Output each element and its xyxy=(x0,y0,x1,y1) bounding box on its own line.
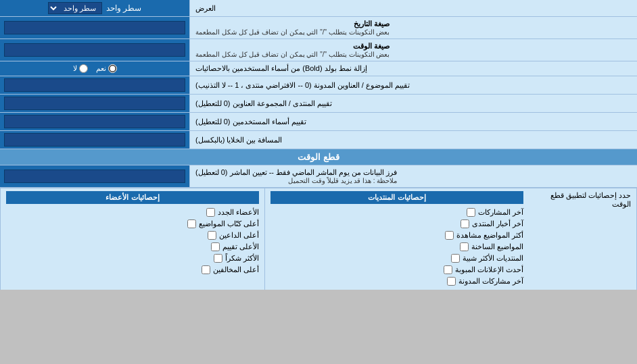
time-cut-title: قطع الوقت xyxy=(298,152,339,162)
checkbox-top-rated[interactable] xyxy=(211,242,220,251)
cell-spacing-label: المسافة بين الخلايا (بالبكسل) xyxy=(189,131,637,149)
checkboxes-outer: حدد إحصائيات لتطبيق قطع الوقت إحصائيات ا… xyxy=(0,188,637,290)
time-cut-row: فرز البيانات من يوم الماشر الماضي فقط --… xyxy=(0,165,637,188)
time-format-label: صيغة الوقت بعض التكوينات يتطلب "/" التي … xyxy=(189,39,637,61)
topic-address-label: تقييم الموضوع / العناوين المدونة (0 -- ا… xyxy=(189,76,637,94)
username-order-input[interactable]: 0 xyxy=(4,115,185,128)
checkbox-last-blog-posts[interactable] xyxy=(447,277,456,286)
time-format-row: صيغة الوقت بعض التكوينات يتطلب "/" التي … xyxy=(0,39,637,61)
checkbox-col-members: إحصائيات الأعضاء الأعضاء الجدد أعلى كتّا… xyxy=(0,188,264,290)
checkbox-item: أحدث الإعلانات المبوبة xyxy=(270,264,523,276)
header-label-text: العرض xyxy=(195,4,216,13)
bottom-left-label: حدد إحصائيات لتطبيق قطع الوقت xyxy=(529,188,637,290)
header-input: سطر واحد سطر واحد سطرين ثلاثة أسطر xyxy=(0,0,189,16)
display-mode-label: سطر واحد xyxy=(106,3,141,13)
forum-group-row: تقييم المنتدى / المجموعة العناوين (0 للت… xyxy=(0,95,637,113)
bold-radio-no-label: لا xyxy=(73,64,88,73)
date-format-label: صيغة التاريخ بعض التكوينات يتطلب "/" الت… xyxy=(189,17,637,38)
bold-radio-group: نعم لا xyxy=(73,64,117,73)
members-col-header: إحصائيات الأعضاء xyxy=(6,191,259,204)
forum-group-input[interactable]: 33 xyxy=(4,97,185,110)
cell-spacing-title: المسافة بين الخلايا (بالبكسل) xyxy=(195,136,283,145)
checkbox-item: أكثر المواضيع مشاهدة xyxy=(270,230,523,241)
bold-remove-input-wrapper: نعم لا xyxy=(0,61,189,76)
topic-address-row: تقييم الموضوع / العناوين المدونة (0 -- ا… xyxy=(0,76,637,95)
checkbox-top-writers[interactable] xyxy=(187,219,196,228)
bold-remove-label: إزالة نمط بولد (Bold) من أسماء المستخدمي… xyxy=(189,61,637,76)
topic-address-title: تقييم الموضوع / العناوين المدونة (0 -- ا… xyxy=(195,81,410,90)
checkbox-item: أعلى كتّاب المواضيع xyxy=(6,218,259,230)
display-mode-select[interactable]: سطر واحد سطرين ثلاثة أسطر xyxy=(48,2,102,14)
date-format-title: صيغة التاريخ xyxy=(195,20,390,28)
checkbox-item: الأعضاء الجدد xyxy=(6,207,259,218)
forum-group-input-wrapper: 33 xyxy=(0,95,189,112)
username-order-input-wrapper: 0 xyxy=(0,113,189,130)
username-order-row: تقييم أسماء المستخدمين (0 للتعطيل) 0 xyxy=(0,113,637,131)
forums-col-header: إحصائيات المنتديات xyxy=(270,191,523,204)
checkbox-top-violators[interactable] xyxy=(202,265,210,274)
time-cut-input[interactable]: 0 xyxy=(4,170,185,183)
time-format-sub: بعض التكوينات يتطلب "/" التي يمكن ان تضا… xyxy=(195,51,390,58)
forum-group-label: تقييم المنتدى / المجموعة العناوين (0 للت… xyxy=(189,95,637,112)
time-format-input[interactable]: H:i xyxy=(4,43,185,57)
time-cut-row-title: فرز البيانات من يوم الماشر الماضي فقط --… xyxy=(195,168,397,177)
bottom-label-text: حدد إحصائيات لتطبيق قطع الوقت xyxy=(534,191,631,209)
time-cut-label: فرز البيانات من يوم الماشر الماضي فقط --… xyxy=(189,165,637,187)
topic-address-input[interactable]: 33 xyxy=(4,78,185,92)
checkbox-item: المنتديات الأكثر شبية xyxy=(270,253,523,264)
date-format-input-wrapper: d-m xyxy=(0,17,189,38)
checkbox-most-viewed[interactable] xyxy=(445,231,454,240)
date-format-row: صيغة التاريخ بعض التكوينات يتطلب "/" الت… xyxy=(0,17,637,39)
bold-radio-yes-label: نعم xyxy=(96,64,117,73)
bold-radio-yes[interactable] xyxy=(108,64,117,73)
topic-address-input-wrapper: 33 xyxy=(0,76,189,94)
bold-remove-title: إزالة نمط بولد (Bold) من أسماء المستخدمي… xyxy=(195,64,367,73)
date-format-sub: بعض التكوينات يتطلب "/" التي يمكن ان تضا… xyxy=(195,28,390,36)
checkbox-item: الأعلى تقييم xyxy=(6,241,259,253)
checkbox-latest-ads[interactable] xyxy=(444,265,452,274)
main-container: العرض سطر واحد سطر واحد سطرين ثلاثة أسطر… xyxy=(0,0,637,290)
checkbox-item: أعلى الداعين xyxy=(6,230,259,241)
checkbox-top-inviters[interactable] xyxy=(208,231,216,240)
checkbox-most-thanked[interactable] xyxy=(214,254,222,263)
cell-spacing-input[interactable]: 2 xyxy=(4,133,185,147)
checkbox-last-news[interactable] xyxy=(461,219,469,228)
checkbox-last-posts[interactable] xyxy=(467,208,475,217)
cell-spacing-row: المسافة بين الخلايا (بالبكسل) 2 xyxy=(0,131,637,149)
forum-group-title: تقييم المنتدى / المجموعة العناوين (0 للت… xyxy=(195,99,332,108)
bold-radio-no[interactable] xyxy=(79,64,88,73)
checkbox-col-forums: إحصائيات المنتديات آخر المشاركات آخر أخب… xyxy=(264,188,529,290)
time-cut-input-wrapper: 0 xyxy=(0,165,189,187)
header-label: العرض xyxy=(189,0,637,16)
checkbox-item: آخر مشاركات المدونة xyxy=(270,276,523,287)
bottom-section: حدد إحصائيات لتطبيق قطع الوقت إحصائيات ا… xyxy=(0,188,637,290)
username-order-label: تقييم أسماء المستخدمين (0 للتعطيل) xyxy=(189,113,637,130)
checkbox-item: الأكثر شكراً xyxy=(6,253,259,264)
header-row: العرض سطر واحد سطر واحد سطرين ثلاثة أسطر xyxy=(0,0,637,17)
time-cut-header: قطع الوقت xyxy=(0,149,637,165)
time-format-title: صيغة الوقت xyxy=(195,42,390,51)
username-order-title: تقييم أسماء المستخدمين (0 للتعطيل) xyxy=(195,118,306,126)
checkbox-item: آخر أخبار المنتدى xyxy=(270,218,523,230)
checkbox-item: أعلى المخالفين xyxy=(6,264,259,276)
checkbox-item: آخر المشاركات xyxy=(270,207,523,218)
bold-remove-row: إزالة نمط بولد (Bold) من أسماء المستخدمي… xyxy=(0,61,637,76)
checkbox-popular-forums[interactable] xyxy=(451,254,460,263)
time-cut-row-note: ملاحظة : هذا قد يزيد قليلاً وقت التحميل xyxy=(195,177,397,184)
date-format-input[interactable]: d-m xyxy=(4,21,185,34)
checkbox-item: المواضيع الساخنة xyxy=(270,241,523,253)
time-format-input-wrapper: H:i xyxy=(0,39,189,61)
cell-spacing-input-wrapper: 2 xyxy=(0,131,189,149)
checkbox-new-members[interactable] xyxy=(206,208,215,217)
checkbox-hot-topics[interactable] xyxy=(460,242,469,251)
